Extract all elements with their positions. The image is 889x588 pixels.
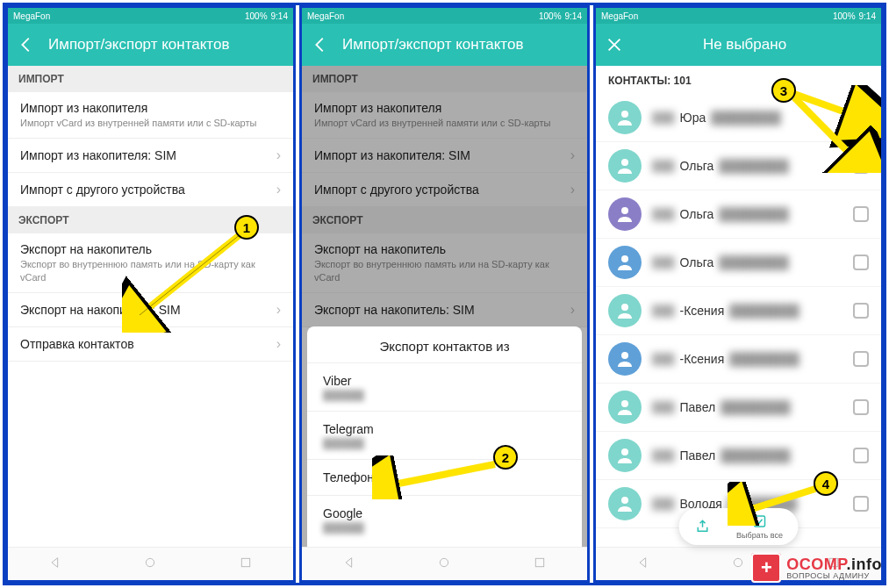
status-bar: MegaFon 100% 9:14 <box>302 8 587 24</box>
option-phone[interactable]: Телефон <box>307 459 582 495</box>
row-import-other[interactable]: Импорт с другого устройства › <box>8 173 293 207</box>
app-header: Не выбрано <box>596 24 881 66</box>
page-title: Не выбрано <box>617 36 872 54</box>
android-navbar <box>302 547 587 580</box>
time-label: 9:14 <box>271 11 288 21</box>
svg-point-10 <box>621 255 628 262</box>
chevron-right-icon: › <box>276 336 281 352</box>
annotation-marker-1: 1 <box>234 215 259 240</box>
nav-recent-icon[interactable] <box>533 556 547 573</box>
share-button[interactable] <box>694 519 710 534</box>
page-title: Импорт/экспорт контактов <box>342 36 578 54</box>
svg-point-8 <box>621 159 628 166</box>
avatar-icon <box>608 246 642 279</box>
row-import-storage[interactable]: Импорт из накопителя Импорт vCard из вну… <box>8 92 293 139</box>
contact-name: ███Юра████████ <box>652 111 842 125</box>
option-viber[interactable]: Viber██████ <box>307 362 582 411</box>
annotation-marker-4: 4 <box>814 471 838 496</box>
option-google[interactable]: Google██████ <box>307 495 582 543</box>
checkbox[interactable] <box>853 255 869 270</box>
contact-row[interactable]: ███-Ксения████████ <box>596 335 881 384</box>
status-bar: MegaFon 100% 9:14 <box>596 8 881 24</box>
svg-rect-16 <box>755 516 765 527</box>
watermark: + OCOMP.info ВОПРОСЫ АДМИНУ <box>751 553 882 583</box>
checkbox[interactable] <box>853 206 869 222</box>
nav-back-icon[interactable] <box>636 556 650 573</box>
svg-point-0 <box>147 558 154 566</box>
svg-point-12 <box>621 352 628 359</box>
nav-home-icon[interactable] <box>437 556 451 573</box>
checkbox[interactable] <box>853 496 869 512</box>
svg-point-9 <box>621 207 628 214</box>
contact-row[interactable]: ███-Ксения████████ <box>596 287 881 335</box>
row-export-storage[interactable]: Экспорт на накопитель Экспорт во внутрен… <box>8 233 293 293</box>
nav-back-icon[interactable] <box>48 556 62 573</box>
svg-rect-5 <box>535 558 543 566</box>
export-from-sheet: Экспорт контактов из Viber██████ Telegra… <box>307 326 582 547</box>
contact-row[interactable]: ███Павел████████ <box>596 384 881 432</box>
sheet-title: Экспорт контактов из <box>307 326 582 362</box>
checkbox[interactable] <box>853 399 869 415</box>
contact-row[interactable]: ███Ольга████████ <box>596 142 881 190</box>
avatar-icon <box>608 439 642 472</box>
contact-name: ███Ольга████████ <box>652 255 842 269</box>
row-import-sim[interactable]: Импорт из накопителя: SIM › <box>8 139 293 173</box>
svg-point-17 <box>735 558 742 566</box>
avatar-icon <box>608 197 642 231</box>
modal-overlay[interactable]: Экспорт контактов из Viber██████ Telegra… <box>302 66 587 547</box>
contact-name: ███Павел████████ <box>652 448 842 463</box>
avatar-icon <box>608 342 642 376</box>
carrier-label: MegaFon <box>13 11 50 21</box>
avatar-icon <box>608 391 642 424</box>
screenshot-3: MegaFon 100% 9:14 Не выбрано КОНТАКТЫ: 1… <box>593 5 884 583</box>
contact-row[interactable]: ███Ольга████████ <box>596 190 881 239</box>
page-title: Импорт/экспорт контактов <box>48 36 284 54</box>
checkbox[interactable] <box>853 351 869 367</box>
battery-label: 100% <box>245 11 268 21</box>
svg-point-14 <box>621 448 628 455</box>
android-navbar <box>8 547 293 580</box>
row-export-sim[interactable]: Экспорт на накопитель: SIM › <box>8 293 293 327</box>
checkbox[interactable] <box>853 303 869 319</box>
watermark-badge-icon: + <box>751 553 781 583</box>
svg-point-15 <box>621 497 628 504</box>
svg-point-13 <box>621 400 628 407</box>
annotation-marker-3: 3 <box>771 78 796 103</box>
checkbox[interactable] <box>853 448 869 463</box>
nav-home-icon[interactable] <box>143 556 157 573</box>
nav-back-icon[interactable] <box>342 556 356 573</box>
svg-point-4 <box>441 558 448 566</box>
checkbox[interactable] <box>853 158 869 174</box>
app-header: Импорт/экспорт контактов <box>8 24 293 66</box>
row-send-contacts[interactable]: Отправка контактов › <box>8 327 293 362</box>
chevron-right-icon: › <box>276 182 281 197</box>
contact-row[interactable]: ███Павел████████ <box>596 432 881 480</box>
option-telegram[interactable]: Telegram██████ <box>307 411 582 459</box>
chevron-right-icon: › <box>276 147 281 163</box>
contact-name: ███Ольга████████ <box>652 159 842 173</box>
select-all-button[interactable]: Выбрать все <box>736 513 783 540</box>
screenshot-1: MegaFon 100% 9:14 Импорт/экспорт контакт… <box>5 5 296 583</box>
svg-point-7 <box>621 111 628 118</box>
screenshot-2: MegaFon 100% 9:14 Импорт/экспорт контакт… <box>299 5 590 583</box>
contacts-count: КОНТАКТЫ: 101 <box>596 66 881 94</box>
avatar-icon <box>608 294 642 327</box>
back-button[interactable] <box>311 35 330 54</box>
contact-name: ███-Ксения████████ <box>652 352 842 366</box>
back-button[interactable] <box>17 35 36 54</box>
avatar-icon <box>608 101 642 134</box>
avatar-icon <box>608 487 642 520</box>
contact-name: ███Ольга████████ <box>652 207 842 221</box>
contact-name: ███Павел████████ <box>652 400 842 414</box>
nav-recent-icon[interactable] <box>239 556 253 573</box>
avatar-icon <box>608 149 642 183</box>
contact-row[interactable]: ███Ольга████████ <box>596 239 881 287</box>
checkbox[interactable] <box>853 110 869 125</box>
nav-home-icon[interactable] <box>731 556 745 573</box>
chevron-right-icon: › <box>276 302 281 318</box>
status-bar: MegaFon 100% 9:14 <box>8 8 293 24</box>
annotation-marker-2: 2 <box>493 445 518 470</box>
contact-row[interactable]: ███Юра████████ <box>596 94 881 142</box>
contact-name: ███-Ксения████████ <box>652 304 842 318</box>
floating-action-bar: Выбрать все <box>678 508 799 545</box>
